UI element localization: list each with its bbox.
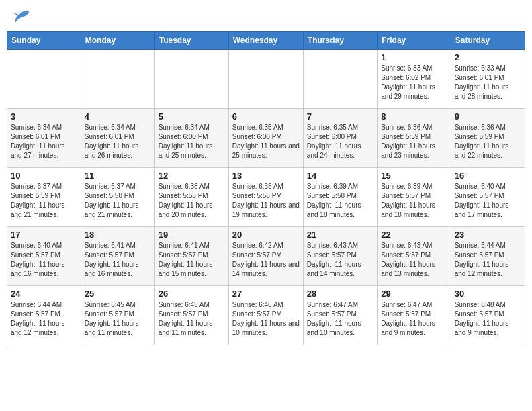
day-number: 12	[159, 171, 225, 181]
day-number: 22	[381, 230, 447, 240]
page-header	[7, 7, 525, 26]
column-header-tuesday: Tuesday	[154, 32, 228, 50]
calendar-cell: 27Sunrise: 6:46 AMSunset: 5:57 PMDayligh…	[228, 286, 303, 345]
column-header-saturday: Saturday	[451, 32, 525, 50]
day-number: 14	[307, 171, 373, 181]
day-number: 2	[455, 52, 521, 62]
calendar-week-row: 10Sunrise: 6:37 AMSunset: 5:59 PMDayligh…	[7, 168, 525, 227]
day-info: Sunrise: 6:42 AMSunset: 5:57 PMDaylight:…	[232, 241, 300, 279]
day-info: Sunrise: 6:34 AMSunset: 6:01 PMDaylight:…	[11, 123, 77, 161]
day-number: 1	[381, 52, 447, 62]
day-number: 28	[307, 289, 373, 299]
day-number: 21	[307, 230, 373, 240]
calendar-cell	[303, 50, 377, 109]
calendar-cell: 4Sunrise: 6:34 AMSunset: 6:01 PMDaylight…	[81, 109, 154, 168]
day-number: 26	[159, 289, 225, 299]
calendar-cell: 25Sunrise: 6:45 AMSunset: 5:57 PMDayligh…	[81, 286, 154, 345]
day-number: 18	[85, 230, 151, 240]
calendar-cell: 13Sunrise: 6:38 AMSunset: 5:58 PMDayligh…	[228, 168, 303, 227]
day-number: 8	[381, 111, 447, 122]
calendar-cell	[7, 50, 81, 109]
calendar-cell	[81, 50, 154, 109]
day-info: Sunrise: 6:37 AMSunset: 5:58 PMDaylight:…	[85, 182, 151, 220]
day-info: Sunrise: 6:44 AMSunset: 5:57 PMDaylight:…	[11, 300, 77, 338]
calendar-cell	[154, 50, 228, 109]
calendar-week-row: 3Sunrise: 6:34 AMSunset: 6:01 PMDaylight…	[7, 109, 525, 168]
calendar-cell: 5Sunrise: 6:34 AMSunset: 6:00 PMDaylight…	[154, 109, 228, 168]
day-info: Sunrise: 6:44 AMSunset: 5:57 PMDaylight:…	[455, 241, 521, 279]
day-info: Sunrise: 6:36 AMSunset: 5:59 PMDaylight:…	[455, 123, 521, 161]
day-info: Sunrise: 6:37 AMSunset: 5:59 PMDaylight:…	[11, 182, 77, 220]
calendar-cell: 24Sunrise: 6:44 AMSunset: 5:57 PMDayligh…	[7, 286, 81, 345]
calendar-cell: 28Sunrise: 6:47 AMSunset: 5:57 PMDayligh…	[303, 286, 377, 345]
calendar-cell: 23Sunrise: 6:44 AMSunset: 5:57 PMDayligh…	[451, 227, 525, 286]
calendar-cell: 7Sunrise: 6:35 AMSunset: 6:00 PMDaylight…	[303, 109, 377, 168]
column-header-thursday: Thursday	[303, 32, 377, 50]
day-info: Sunrise: 6:40 AMSunset: 5:57 PMDaylight:…	[455, 182, 521, 220]
day-number: 3	[11, 111, 77, 122]
calendar-cell: 12Sunrise: 6:38 AMSunset: 5:58 PMDayligh…	[154, 168, 228, 227]
day-number: 23	[455, 230, 521, 240]
day-number: 25	[85, 289, 151, 299]
day-number: 17	[11, 230, 77, 240]
column-header-wednesday: Wednesday	[228, 32, 303, 50]
day-number: 10	[11, 171, 77, 181]
day-info: Sunrise: 6:35 AMSunset: 6:00 PMDaylight:…	[232, 123, 300, 161]
calendar-cell: 6Sunrise: 6:35 AMSunset: 6:00 PMDaylight…	[228, 109, 303, 168]
logo	[12, 9, 30, 23]
calendar-cell: 18Sunrise: 6:41 AMSunset: 5:57 PMDayligh…	[81, 227, 154, 286]
calendar-cell: 30Sunrise: 6:48 AMSunset: 5:57 PMDayligh…	[451, 286, 525, 345]
calendar-cell	[228, 50, 303, 109]
calendar-week-row: 17Sunrise: 6:40 AMSunset: 5:57 PMDayligh…	[7, 227, 525, 286]
day-info: Sunrise: 6:33 AMSunset: 6:02 PMDaylight:…	[381, 64, 447, 101]
day-number: 6	[232, 111, 300, 122]
calendar-cell: 16Sunrise: 6:40 AMSunset: 5:57 PMDayligh…	[451, 168, 525, 227]
calendar-cell: 9Sunrise: 6:36 AMSunset: 5:59 PMDaylight…	[451, 109, 525, 168]
calendar-header-row: SundayMondayTuesdayWednesdayThursdayFrid…	[7, 32, 525, 50]
day-info: Sunrise: 6:45 AMSunset: 5:57 PMDaylight:…	[159, 300, 225, 338]
calendar-cell: 3Sunrise: 6:34 AMSunset: 6:01 PMDaylight…	[7, 109, 81, 168]
day-number: 27	[232, 289, 300, 299]
day-number: 7	[307, 111, 373, 122]
calendar-cell: 1Sunrise: 6:33 AMSunset: 6:02 PMDaylight…	[378, 50, 451, 109]
calendar-cell: 14Sunrise: 6:39 AMSunset: 5:58 PMDayligh…	[303, 168, 377, 227]
day-number: 19	[159, 230, 225, 240]
calendar-cell: 11Sunrise: 6:37 AMSunset: 5:58 PMDayligh…	[81, 168, 154, 227]
day-info: Sunrise: 6:43 AMSunset: 5:57 PMDaylight:…	[381, 241, 447, 279]
column-header-sunday: Sunday	[7, 32, 81, 50]
day-number: 11	[85, 171, 151, 181]
calendar-cell: 17Sunrise: 6:40 AMSunset: 5:57 PMDayligh…	[7, 227, 81, 286]
calendar-cell: 2Sunrise: 6:33 AMSunset: 6:01 PMDaylight…	[451, 50, 525, 109]
day-info: Sunrise: 6:40 AMSunset: 5:57 PMDaylight:…	[11, 241, 77, 279]
calendar-cell: 22Sunrise: 6:43 AMSunset: 5:57 PMDayligh…	[378, 227, 451, 286]
calendar-cell: 29Sunrise: 6:47 AMSunset: 5:57 PMDayligh…	[378, 286, 451, 345]
calendar-week-row: 1Sunrise: 6:33 AMSunset: 6:02 PMDaylight…	[7, 50, 525, 109]
day-number: 30	[455, 289, 521, 299]
day-info: Sunrise: 6:45 AMSunset: 5:57 PMDaylight:…	[85, 300, 151, 338]
calendar-week-row: 24Sunrise: 6:44 AMSunset: 5:57 PMDayligh…	[7, 286, 525, 345]
day-number: 5	[159, 111, 225, 122]
day-info: Sunrise: 6:35 AMSunset: 6:00 PMDaylight:…	[307, 123, 373, 161]
day-info: Sunrise: 6:38 AMSunset: 5:58 PMDaylight:…	[232, 182, 300, 220]
day-info: Sunrise: 6:48 AMSunset: 5:57 PMDaylight:…	[455, 300, 521, 338]
day-number: 4	[85, 111, 151, 122]
calendar-cell: 21Sunrise: 6:43 AMSunset: 5:57 PMDayligh…	[303, 227, 377, 286]
calendar-cell: 10Sunrise: 6:37 AMSunset: 5:59 PMDayligh…	[7, 168, 81, 227]
day-number: 15	[381, 171, 447, 181]
day-number: 16	[455, 171, 521, 181]
day-info: Sunrise: 6:47 AMSunset: 5:57 PMDaylight:…	[307, 300, 373, 338]
day-info: Sunrise: 6:39 AMSunset: 5:57 PMDaylight:…	[381, 182, 447, 220]
calendar-cell: 19Sunrise: 6:41 AMSunset: 5:57 PMDayligh…	[154, 227, 228, 286]
day-info: Sunrise: 6:38 AMSunset: 5:58 PMDaylight:…	[159, 182, 225, 220]
day-number: 13	[232, 171, 300, 181]
day-info: Sunrise: 6:36 AMSunset: 5:59 PMDaylight:…	[381, 123, 447, 161]
day-number: 9	[455, 111, 521, 122]
calendar-cell: 20Sunrise: 6:42 AMSunset: 5:57 PMDayligh…	[228, 227, 303, 286]
logo-bird-icon	[13, 9, 30, 23]
day-info: Sunrise: 6:43 AMSunset: 5:57 PMDaylight:…	[307, 241, 373, 279]
day-info: Sunrise: 6:41 AMSunset: 5:57 PMDaylight:…	[159, 241, 225, 279]
calendar-cell: 15Sunrise: 6:39 AMSunset: 5:57 PMDayligh…	[378, 168, 451, 227]
column-header-friday: Friday	[378, 32, 451, 50]
calendar-table: SundayMondayTuesdayWednesdayThursdayFrid…	[7, 31, 525, 345]
column-header-monday: Monday	[81, 32, 154, 50]
